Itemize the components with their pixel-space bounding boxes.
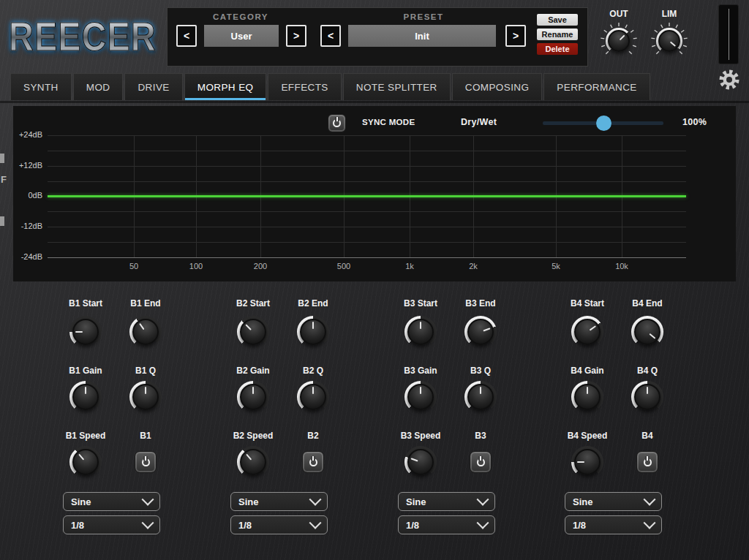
preset-next-button[interactable]: >: [505, 25, 526, 47]
category-prev-button[interactable]: <: [176, 25, 197, 47]
b1-q-knob[interactable]: [129, 381, 162, 413]
morph-eq-panel: SYNC MODE Dry/Wet 100% +24dB +12dB 0dB -…: [13, 106, 736, 281]
b3-lfo-rate-dropdown[interactable]: 1/8: [398, 515, 495, 534]
b4-start-knob[interactable]: [571, 316, 603, 348]
b3-speed-knob[interactable]: [404, 446, 437, 478]
b4-lfo-shape-dropdown[interactable]: Sine: [565, 492, 662, 511]
plugin-window: REECER CATEGORY PRESET < User > < Init >…: [0, 0, 749, 560]
b4-q-knob[interactable]: [631, 381, 663, 413]
b2-gain-knob[interactable]: [237, 381, 269, 413]
gridline: [48, 166, 686, 167]
b4-gain-label: B4 Gain: [567, 366, 608, 376]
lim-knob[interactable]: [656, 28, 682, 54]
b1-gain-label: B1 Gain: [65, 366, 106, 376]
x-axis-tick: 50: [119, 262, 148, 270]
out-knob-group: [598, 20, 639, 61]
tab-note-splitter[interactable]: NOTE SPLITTER: [343, 73, 451, 100]
b1-lfo-shape-dropdown[interactable]: Sine: [63, 492, 160, 511]
b2-power-button[interactable]: [302, 451, 324, 473]
meter-needle: [729, 9, 729, 60]
tab-synth[interactable]: SYNTH: [10, 73, 72, 100]
band-3-section: B3 Start B3 End B3 Gain B3 Q B3 Speed B3…: [377, 292, 516, 545]
gridline: [48, 151, 686, 151]
edge-letter: F: [1, 174, 7, 185]
settings-gear-icon[interactable]: [718, 69, 740, 91]
category-value[interactable]: User: [204, 25, 279, 47]
dry-wet-slider-handle[interactable]: [596, 116, 611, 131]
y-axis-tick: 0dB: [13, 191, 42, 200]
b3-lfo-shape-value: Sine: [406, 496, 478, 507]
tab-effects[interactable]: EFFECTS: [268, 73, 341, 100]
b4-lfo-shape-value: Sine: [573, 496, 645, 507]
dry-wet-label: Dry/Wet: [461, 117, 497, 127]
b4-start-label: B4 Start: [567, 298, 608, 309]
b2-speed-knob[interactable]: [237, 446, 269, 478]
chevron-down-icon: [309, 517, 322, 529]
x-axis-tick: 10k: [607, 262, 636, 270]
chevron-down-icon: [644, 517, 656, 529]
y-axis-tick: -12dB: [13, 222, 42, 230]
b1-lfo-shape-value: Sine: [71, 496, 143, 507]
b1-lfo-rate-dropdown[interactable]: 1/8: [63, 515, 160, 534]
b4-end-label: B4 End: [627, 298, 668, 309]
preset-label: PRESET: [380, 12, 467, 21]
gridline: [48, 242, 686, 243]
preset-header-panel: CATEGORY PRESET < User > < Init > Save R…: [167, 7, 588, 67]
eq-plot-area[interactable]: [48, 135, 686, 257]
b2-q-knob[interactable]: [297, 381, 329, 413]
save-button[interactable]: Save: [537, 14, 578, 26]
b3-start-knob[interactable]: [404, 316, 437, 348]
power-icon: [644, 458, 652, 466]
b3-end-knob[interactable]: [464, 316, 497, 348]
b2-end-knob[interactable]: [297, 316, 329, 348]
b2-start-label: B2 Start: [233, 298, 274, 309]
b2-lfo-shape-dropdown[interactable]: Sine: [230, 492, 328, 511]
edge-window-artifact: [0, 216, 4, 226]
b4-speed-knob[interactable]: [571, 446, 603, 478]
tab-bar: SYNTH MOD DRIVE MORPH EQ EFFECTS NOTE SP…: [10, 73, 650, 100]
band-4-section: B4 Start B4 End B4 Gain B4 Q B4 Speed B4…: [544, 292, 683, 545]
category-next-button[interactable]: >: [286, 25, 306, 47]
b2-start-knob[interactable]: [237, 316, 269, 348]
power-icon: [309, 458, 317, 466]
b1-speed-knob[interactable]: [69, 446, 102, 478]
tab-performance[interactable]: PERFORMANCE: [543, 73, 650, 100]
rename-button[interactable]: Rename: [537, 29, 578, 40]
delete-button[interactable]: Delete: [537, 43, 578, 55]
b3-power-label: B3: [460, 431, 501, 441]
b1-end-knob[interactable]: [129, 316, 162, 348]
tab-drive[interactable]: DRIVE: [124, 73, 182, 100]
b4-gain-knob[interactable]: [571, 381, 603, 413]
b4-end-knob[interactable]: [631, 316, 663, 348]
b4-lfo-rate-dropdown[interactable]: 1/8: [565, 515, 662, 534]
tab-composing[interactable]: COMPOSING: [452, 73, 543, 100]
b3-speed-label: B3 Speed: [400, 431, 441, 441]
b2-end-label: B2 End: [293, 298, 334, 309]
b1-start-knob[interactable]: [69, 316, 102, 348]
b3-end-label: B3 End: [460, 298, 501, 309]
b1-speed-label: B1 Speed: [65, 431, 106, 441]
eq-response-curve[interactable]: [48, 195, 686, 197]
sync-mode-power-button[interactable]: [328, 114, 346, 132]
chevron-down-icon: [142, 493, 154, 506]
b1-power-label: B1: [125, 431, 166, 441]
b4-power-button[interactable]: [636, 451, 658, 473]
b2-lfo-rate-dropdown[interactable]: 1/8: [230, 515, 328, 534]
b3-q-knob[interactable]: [464, 381, 497, 413]
chevron-down-icon: [644, 493, 656, 506]
gridline: [48, 211, 686, 212]
x-axis-tick: 100: [181, 262, 211, 270]
y-axis-tick: +24dB: [13, 130, 42, 139]
tab-mod[interactable]: MOD: [73, 73, 124, 100]
out-knob[interactable]: [606, 28, 632, 54]
chevron-down-icon: [477, 517, 489, 529]
b3-gain-knob[interactable]: [404, 381, 437, 413]
preset-prev-button[interactable]: <: [320, 25, 341, 47]
preset-value[interactable]: Init: [348, 25, 496, 47]
b1-gain-knob[interactable]: [69, 381, 102, 413]
b3-lfo-shape-dropdown[interactable]: Sine: [398, 492, 495, 511]
tab-morph-eq[interactable]: MORPH EQ: [184, 73, 267, 100]
b3-power-button[interactable]: [470, 451, 492, 473]
b3-lfo-rate-value: 1/8: [406, 520, 478, 531]
b1-power-button[interactable]: [135, 451, 157, 473]
